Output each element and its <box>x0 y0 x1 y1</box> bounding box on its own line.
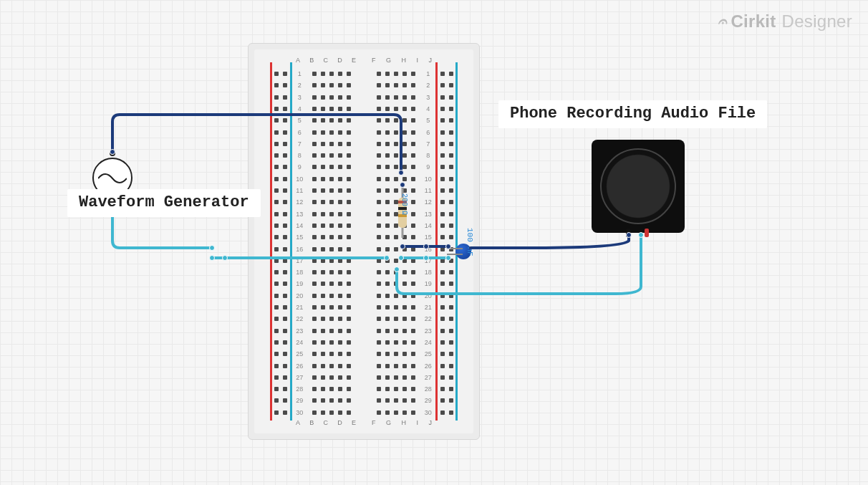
breadboard-row: 44 <box>254 103 473 115</box>
breadboard-row: 1919 <box>254 278 473 289</box>
breadboard-row: 2121 <box>254 302 473 313</box>
node-rail-17b[interactable] <box>222 255 228 261</box>
node-speaker-neg[interactable] <box>626 232 632 238</box>
breadboard-row: 1616 <box>254 244 473 255</box>
capacitor-value-label: 100 nF <box>466 228 474 256</box>
breadboard-row: 1010 <box>254 173 473 185</box>
node-bb-E17[interactable] <box>384 255 390 261</box>
node-bb-F10[interactable] <box>398 170 404 176</box>
sine-wave-icon <box>98 173 127 183</box>
resistor-value-label: 200 Ω <box>400 193 408 215</box>
breadboard-surface: A B C D E F G H I J A B C D E <box>254 49 473 433</box>
breadboard-row: 99 <box>254 161 473 173</box>
node-bb-J17[interactable] <box>445 255 451 261</box>
column-labels-top: A B C D E F G H I J <box>254 57 473 64</box>
breadboard-row: 2727 <box>254 372 473 383</box>
breadboard-rows: 1122334455667788991010111112121313141415… <box>254 68 473 415</box>
breadboard-row: 11 <box>254 68 473 80</box>
breadboard-row: 1818 <box>254 266 473 278</box>
breadboard-row: 88 <box>254 150 473 161</box>
breadboard-row: 2626 <box>254 360 473 372</box>
wire-signal-cap-to-speaker[interactable] <box>471 235 629 248</box>
breadboard-row: 2525 <box>254 348 473 360</box>
node-rail-17a[interactable] <box>209 255 215 261</box>
breadboard-row: 2323 <box>254 325 473 337</box>
node-bb-F11[interactable] <box>400 182 405 188</box>
node-bb-H17[interactable] <box>423 255 429 261</box>
breadboard-row: 1111 <box>254 185 473 196</box>
breadboard-row: 22 <box>254 80 473 91</box>
breadboard-row: 3030 <box>254 407 473 418</box>
brand-watermark: 𝄐 Cirkit Designer <box>718 11 852 32</box>
breadboard-row: 1515 <box>254 231 473 243</box>
node-bb-F17[interactable] <box>398 255 404 261</box>
breadboard-row: 2222 <box>254 313 473 325</box>
breadboard-row: 55 <box>254 115 473 126</box>
node-bb-F16-dark[interactable] <box>400 244 405 249</box>
breadboard[interactable]: A B C D E F G H I J A B C D E <box>248 43 480 440</box>
speaker-pin-pos[interactable] <box>645 229 649 237</box>
speaker-cone-icon <box>600 148 676 224</box>
breadboard-row: 1212 <box>254 196 473 208</box>
node-wfg-top[interactable] <box>110 149 115 155</box>
node-speaker-pos[interactable] <box>638 232 644 238</box>
label-waveform-generator: Waveform Generator <box>67 189 261 217</box>
breadboard-row: 1414 <box>254 220 473 231</box>
brand-tagline: Designer <box>782 11 852 32</box>
resistor-lead-bot <box>402 228 404 238</box>
breadboard-row: 2424 <box>254 337 473 348</box>
node-rail-16[interactable] <box>209 245 215 251</box>
breadboard-row: 66 <box>254 127 473 138</box>
breadboard-row: 77 <box>254 138 473 150</box>
column-labels-bottom: A B C D E F G H I J <box>254 419 473 426</box>
node-bb-F18[interactable] <box>394 266 400 272</box>
breadboard-row: 2828 <box>254 383 473 395</box>
breadboard-row: 2929 <box>254 395 473 406</box>
breadboard-row: 1717 <box>254 255 473 266</box>
breadboard-row: 2020 <box>254 290 473 302</box>
breadboard-row: 33 <box>254 92 473 103</box>
node-bb-H16[interactable] <box>423 244 429 249</box>
node-bb-J16[interactable] <box>445 244 451 249</box>
brand-name: Cirkit <box>730 11 776 32</box>
speaker[interactable] <box>592 140 685 233</box>
breadboard-row: 1313 <box>254 208 473 220</box>
label-phone-recording: Phone Recording Audio File <box>498 100 767 128</box>
brand-scribble-icon: 𝄐 <box>718 12 726 31</box>
